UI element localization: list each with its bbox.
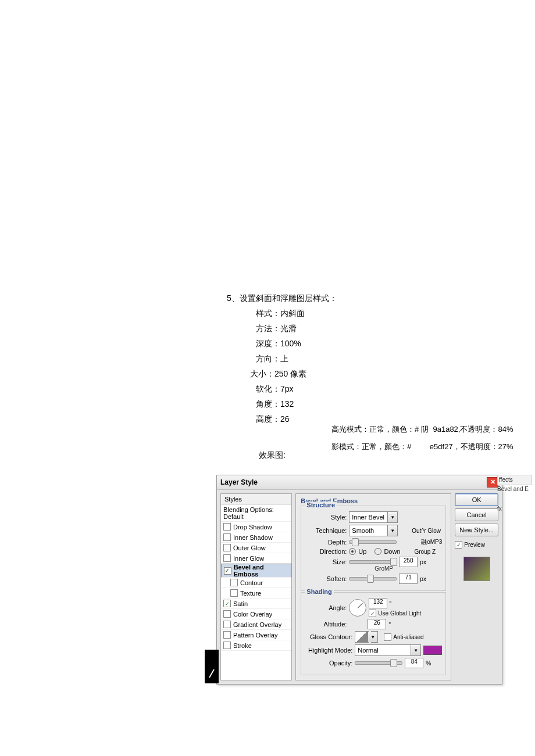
- use-global-light-label: Use Global Light: [378, 610, 421, 617]
- ok-button[interactable]: OK: [455, 493, 498, 506]
- checkbox-icon[interactable]: ✓: [455, 541, 462, 549]
- style-gradient-overlay[interactable]: Gradient Overlay: [221, 619, 291, 630]
- angle-unit: °: [389, 600, 391, 607]
- gloss-contour-swatch[interactable]: [355, 631, 369, 643]
- opacity-unit: %: [426, 660, 431, 667]
- soften-unit: px: [420, 576, 426, 582]
- direction-down-radio[interactable]: [374, 548, 381, 555]
- checkbox-icon[interactable]: [223, 631, 231, 639]
- checkbox-icon[interactable]: [230, 589, 238, 597]
- size-label: Size:: [305, 558, 347, 565]
- technique-select[interactable]: Smooth▼: [349, 525, 398, 536]
- style-pattern-overlay[interactable]: Pattern Overlay: [221, 630, 291, 640]
- style-label: Style:: [305, 514, 347, 521]
- soften-input[interactable]: 71: [399, 574, 418, 584]
- instruction-line: 深度：100%: [227, 336, 337, 351]
- outr-glow-text: Out^r Glow: [412, 528, 441, 534]
- styles-list: Styles Blending Options: Default Drop Sh…: [220, 493, 292, 680]
- checkbox-icon[interactable]: [223, 642, 231, 649]
- checkbox-icon[interactable]: [384, 633, 391, 641]
- new-style-button[interactable]: New Style...: [455, 524, 498, 536]
- result-preview-fragment: [205, 650, 219, 683]
- highlight-mode-select[interactable]: Normal▼: [355, 644, 421, 656]
- instruction-line: 高度：26: [227, 411, 337, 427]
- instruction-line: 角度：132: [227, 396, 337, 411]
- checkbox-icon[interactable]: [223, 621, 231, 628]
- effects-header[interactable]: ffects: [497, 475, 532, 485]
- checkbox-icon[interactable]: ✓: [369, 610, 376, 617]
- highlight-mode-label: Highlight Mode:: [305, 647, 352, 654]
- opacity-slider[interactable]: [355, 661, 402, 665]
- checkbox-icon[interactable]: [230, 579, 238, 586]
- styles-header[interactable]: Styles: [221, 494, 291, 505]
- style-color-overlay[interactable]: Color Overlay: [221, 609, 291, 619]
- checkbox-icon[interactable]: [223, 523, 231, 531]
- cancel-button[interactable]: Cancel: [455, 508, 498, 521]
- style-drop-shadow[interactable]: Drop Shadow: [221, 522, 291, 532]
- gloss-contour-dropdown[interactable]: ▼: [371, 631, 378, 643]
- style-bevel-emboss[interactable]: ✓Bevel and Emboss: [221, 564, 291, 578]
- soften-label: Soften:: [305, 575, 347, 582]
- highlight-mode-value: 9a1a82,不透明度：84%: [433, 421, 513, 438]
- chevron-down-icon: ▼: [411, 645, 420, 655]
- checkbox-icon[interactable]: [223, 533, 231, 541]
- instruction-line: 5、设置斜面和浮雕图层样式：: [227, 291, 337, 306]
- depth-slider[interactable]: [349, 540, 397, 544]
- preview-label: Preview: [464, 542, 485, 548]
- dialog-titlebar[interactable]: Layer Style ✕: [217, 475, 502, 490]
- gloss-contour-label: Gloss Contour:: [305, 633, 352, 640]
- dialog-buttons: OK Cancel New Style... ✓ Preview: [455, 493, 498, 680]
- highlight-mode-text: 高光模式：正常，颜色：# 阴: [331, 425, 429, 433]
- antialiased-label: Anti-aliased: [393, 634, 423, 640]
- size-unit: px: [420, 559, 426, 565]
- close-button[interactable]: ✕: [487, 477, 498, 488]
- direction-label: Direction:: [305, 548, 347, 555]
- size-slider[interactable]: [349, 560, 397, 564]
- bevel-emboss-panel: Bevel and Emboss Structure Style: Inner …: [295, 493, 451, 680]
- groupz-text: Group Z: [415, 549, 436, 555]
- fx-label: fx: [497, 505, 532, 513]
- angle-input[interactable]: 132: [369, 598, 387, 608]
- style-contour[interactable]: Contour: [221, 578, 291, 588]
- mode-block: 高光模式：正常，颜色：# 阴 9a1a82,不透明度：84% 影模式：正常，颜色…: [331, 421, 513, 456]
- style-inner-shadow[interactable]: Inner Shadow: [221, 532, 291, 543]
- checkbox-icon[interactable]: [223, 610, 231, 618]
- checkbox-icon[interactable]: ✓: [224, 567, 231, 575]
- direction-up-radio[interactable]: [349, 548, 356, 555]
- angle-dial[interactable]: [349, 599, 366, 617]
- checkbox-icon[interactable]: [223, 544, 231, 551]
- direction-up-label: Up: [358, 548, 366, 555]
- instruction-line: 软化：7px: [227, 381, 337, 396]
- shading-group: Shading Angle: 132 ° ✓ Use Global Light: [301, 592, 446, 675]
- style-inner-glow[interactable]: Inner Glow: [221, 553, 291, 564]
- structure-legend: Structure: [305, 501, 337, 508]
- opacity-label: Opacity:: [305, 660, 352, 667]
- style-blending-options[interactable]: Blending Options: Default: [221, 505, 291, 522]
- style-outer-glow[interactable]: Outer Glow: [221, 543, 291, 553]
- depth-suffix: 融oMP3: [421, 538, 442, 546]
- effects-bevel-item[interactable]: Bevel and E: [497, 485, 532, 493]
- instruction-line: 大小：250 像素: [227, 366, 337, 381]
- style-select[interactable]: Inner Bevel▼: [349, 511, 398, 523]
- style-satin[interactable]: ✓Satin: [221, 599, 291, 609]
- structure-group: Structure Style: Inner Bevel▼ Technique:…: [301, 506, 446, 591]
- highlight-color-swatch[interactable]: [423, 646, 442, 655]
- effects-panel-fragment: ffects Bevel and E fx: [497, 475, 532, 513]
- shadow-mode-value: e5df27，不透明度：27%: [430, 438, 513, 456]
- checkbox-icon[interactable]: [223, 554, 231, 562]
- preview-swatch: [463, 557, 490, 581]
- style-stroke[interactable]: Stroke: [221, 640, 291, 651]
- layer-style-dialog: Layer Style ✕ Styles Blending Options: D…: [216, 475, 502, 685]
- soften-slider[interactable]: [349, 577, 397, 581]
- checkbox-icon[interactable]: ✓: [223, 600, 231, 607]
- chevron-down-icon: ▼: [387, 512, 397, 522]
- chevron-down-icon: ▼: [368, 632, 377, 642]
- direction-down-label: Down: [384, 548, 400, 555]
- style-texture[interactable]: Texture: [221, 588, 291, 599]
- instruction-line: 方法：光滑: [227, 321, 337, 336]
- opacity-input[interactable]: 84: [405, 658, 423, 668]
- depth-label: Depth:: [305, 539, 347, 546]
- size-input[interactable]: 250: [399, 557, 418, 567]
- altitude-input[interactable]: 26: [368, 619, 386, 629]
- effect-label: 效果图:: [259, 450, 286, 461]
